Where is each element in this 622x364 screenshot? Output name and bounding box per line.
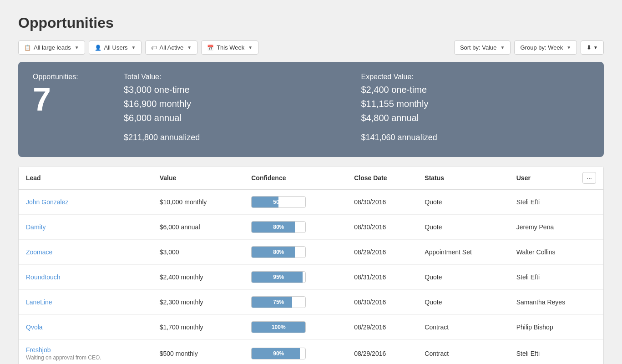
users-filter-label: All Users [104,44,128,51]
table-row: Damity$6,000 annual80%08/30/2016QuoteJer… [19,215,603,240]
value-cell-damity: $6,000 annual [152,215,244,240]
active-filter-label: All Active [159,44,183,51]
users-filter-button[interactable]: 👤All Users▼ [89,40,142,55]
export-chevron: ▼ [593,45,598,50]
export-button[interactable]: ⬇ ▼ [581,40,604,55]
user-cell-freshjob: Steli Efti [509,340,603,364]
close-date-cell-qvola: 08/29/2016 [347,315,417,340]
value-cell-qvola: $1,700 monthly [152,315,244,340]
leads-filter-label: All large leads [34,44,71,51]
table-row: FreshjobWaiting on approval from CEO.$50… [19,340,603,364]
lead-cell-roundtouch: Roundtouch [19,265,152,290]
users-filter-chevron: ▼ [131,45,136,50]
summary-expected-annual: $4,800 annual [361,113,590,125]
lead-cell-qvola: Qvola [19,315,152,340]
summary-expected-label: Expected Value: [361,73,590,81]
page-title: Opportunities [18,15,604,31]
status-cell-roundtouch: Quote [417,265,509,290]
confidence-bar-zoomace: 80% [251,246,306,258]
user-cell-laneline: Samantha Reyes [509,290,603,315]
toolbar-right: Sort by: Value▼Group by: Week▼ ⬇ ▼ [454,40,604,55]
lead-cell-damity: Damity [19,215,152,240]
lead-cell-freshjob: FreshjobWaiting on approval from CEO. [19,340,152,364]
close-date-cell-john-gonzalez: 08/30/2016 [347,190,417,215]
opportunities-table-container: LeadValueConfidenceClose DateStatusUser·… [18,166,604,364]
lead-link-freshjob[interactable]: Freshjob [26,346,145,354]
opportunities-table: LeadValueConfidenceClose DateStatusUser·… [19,167,603,364]
user-cell-zoomace: Walter Collins [509,240,603,265]
table-header: LeadValueConfidenceClose DateStatusUser·… [19,167,603,190]
confidence-cell-roundtouch: 95% [244,265,347,290]
col-header-value: Value [152,167,244,190]
summary-total-label: Total Value: [124,73,352,81]
sort-by-chevron: ▼ [501,45,505,50]
value-cell-john-gonzalez: $10,000 monthly [152,190,244,215]
lead-note-freshjob: Waiting on approval from CEO. [26,354,145,361]
close-date-cell-zoomace: 08/29/2016 [347,240,417,265]
active-filter-icon: 🏷 [151,45,157,51]
table-row: Qvola$1,700 monthly100%08/29/2016Contrac… [19,315,603,340]
user-cell-qvola: Philip Bishop [509,315,603,340]
table-actions-menu-button[interactable]: ··· [582,172,596,184]
lead-link-qvola[interactable]: Qvola [26,324,145,331]
summary-total-annual: $6,000 annual [124,113,352,125]
confidence-cell-laneline: 75% [244,290,347,315]
summary-count-section: Opportunities: 7 [33,73,115,146]
page-container: Opportunities 📋All large leads▼👤All User… [0,0,622,364]
lead-cell-laneline: LaneLine [19,290,152,315]
lead-link-laneline[interactable]: LaneLine [26,298,145,306]
toolbar: 📋All large leads▼👤All Users▼🏷All Active▼… [18,40,604,55]
table-header-row: LeadValueConfidenceClose DateStatusUser·… [19,167,603,190]
summary-expected-section: Expected Value: $2,400 one-time $11,155 … [361,73,590,146]
confidence-cell-qvola: 100% [244,315,347,340]
summary-total-onetime: $3,000 one-time [124,85,352,97]
week-filter-chevron: ▼ [248,45,253,50]
export-icon: ⬇ [587,44,592,51]
col-header-close-date: Close Date [347,167,417,190]
week-filter-button[interactable]: 📅This Week▼ [201,40,258,55]
summary-total-annualized: $211,800 annualized [124,129,352,144]
summary-expected-monthly: $11,155 monthly [361,99,590,111]
value-cell-freshjob: $500 monthly [152,340,244,364]
lead-link-zoomace[interactable]: Zoomace [26,248,145,256]
status-cell-freshjob: Contract [417,340,509,364]
group-by-label: Group by: Week [520,44,563,51]
confidence-bar-qvola: 100% [251,321,306,333]
confidence-bar-freshjob: 90% [251,348,306,359]
status-cell-damity: Quote [417,215,509,240]
confidence-bar-laneline: 75% [251,296,306,308]
leads-filter-button[interactable]: 📋All large leads▼ [18,40,85,55]
leads-filter-chevron: ▼ [75,45,79,50]
col-user-label: User [516,174,531,182]
status-cell-john-gonzalez: Quote [417,190,509,215]
lead-link-damity[interactable]: Damity [26,223,145,231]
lead-link-john-gonzalez[interactable]: John Gonzalez [26,198,145,206]
lead-link-roundtouch[interactable]: Roundtouch [26,273,145,281]
table-row: John Gonzalez$10,000 monthly50%08/30/201… [19,190,603,215]
user-cell-roundtouch: Steli Efti [509,265,603,290]
close-date-cell-damity: 08/30/2016 [347,215,417,240]
status-cell-qvola: Contract [417,315,509,340]
summary-total-monthly: $16,900 monthly [124,99,352,111]
week-filter-label: This Week [217,44,244,51]
active-filter-button[interactable]: 🏷All Active▼ [145,40,197,55]
user-cell-damity: Jeremy Pena [509,215,603,240]
table-body: John Gonzalez$10,000 monthly50%08/30/201… [19,190,603,364]
week-filter-icon: 📅 [207,45,214,51]
sort-by-button[interactable]: Sort by: Value▼ [454,40,511,55]
col-header-status: Status [417,167,509,190]
summary-card: Opportunities: 7 Total Value: $3,000 one… [18,62,604,157]
col-header-user: User··· [509,167,603,189]
summary-expected-annualized: $141,060 annualized [361,129,590,144]
sort-by-label: Sort by: Value [460,44,497,51]
user-cell-john-gonzalez: Steli Efti [509,190,603,215]
group-by-button[interactable]: Group by: Week▼ [514,40,577,55]
lead-cell-john-gonzalez: John Gonzalez [19,190,152,215]
group-by-chevron: ▼ [566,45,571,50]
confidence-cell-damity: 80% [244,215,347,240]
toolbar-left: 📋All large leads▼👤All Users▼🏷All Active▼… [18,40,450,55]
table-row: Zoomace$3,00080%08/29/2016Appointment Se… [19,240,603,265]
status-cell-zoomace: Appointment Set [417,240,509,265]
table-row: Roundtouch$2,400 monthly95%08/31/2016Quo… [19,265,603,290]
confidence-cell-zoomace: 80% [244,240,347,265]
